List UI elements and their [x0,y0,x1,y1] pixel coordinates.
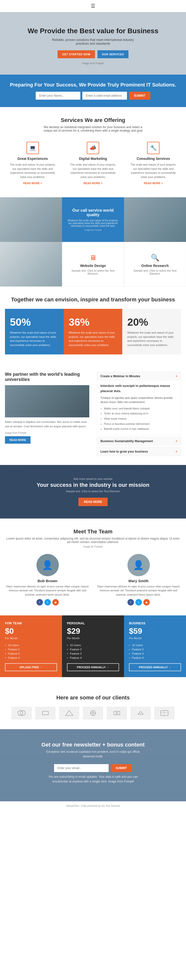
newsletter-form: SUBMIT [5,764,181,772]
team-subtext: Lorem ipsum dolor sit amet, consectetur … [5,537,181,544]
hero-section: We Provide the Best value for Business R… [0,12,186,75]
plan-period-2: Per Month [129,637,181,640]
newsletter-email-input[interactable] [54,764,109,772]
accordion-title-1: Business Sustainability Management [100,439,153,443]
service-desc-2: The scale and nature of your projects, o… [128,162,178,179]
email-input[interactable] [82,92,127,100]
price-card-2: Business $59 Per Month 15 Users Feature … [124,616,186,677]
rss-icon-0[interactable]: ◉ [52,599,59,606]
clients-logos [5,707,181,719]
plan-button-2[interactable]: Proceed Annually → [129,663,181,671]
website-design-card: 🖥 Website Design Sample text. Click to s… [62,242,124,286]
client-logo-5 [131,707,151,719]
accordion-header-1[interactable]: Business Sustainability Management + [97,437,181,445]
plan-button-0[interactable]: Upload Free → [5,663,57,671]
cta-form: Submit [5,92,181,100]
service-title-1: Digital Marketing [68,157,118,161]
stat-card-0: 50% Whatever the scale and nature of you… [5,309,64,355]
plan-period-0: Per Month [5,637,57,640]
newsletter-submit-button[interactable]: SUBMIT [111,764,132,772]
mid-blue-title: Our call service world quality [67,208,119,217]
read-more-link-1[interactable]: READ MORE > [84,182,103,185]
mid-grid-row1: Our call service world quality Whatever … [0,197,186,242]
member-desc-1: Diam maecenas ultricies mi eget. A arcu … [96,584,181,597]
feature-item: Feature 2 [129,648,181,651]
plan-features-1: 15 Users Feature 2 Feature 3 Feature 4 [67,644,119,659]
service-card-experiences: 💻 Great Experiences The scale and nature… [5,139,60,188]
accordion-body-0: Interdum velit suscipit in pellentesque … [97,380,181,435]
stat-card-1: 36% Whatever the scale and nature of you… [64,309,122,355]
feature-item: Feature 3 [5,652,57,655]
mid-grid-row2: 🖥 Website Design Sample text. Click to s… [0,242,186,286]
partner-heading: We partner with the world's leading univ… [5,372,89,382]
newsletter-section: Get our free newsletter + bonus content … [0,729,186,801]
plan-name-2: Business [129,621,181,625]
partner-inner: We partner with the world's leading univ… [5,372,181,458]
stat-number-0: 50% [10,316,59,328]
partner-read-more-button[interactable]: READ MORE [5,436,30,444]
cta-banner: Preparing For Your Success, We Provide T… [0,75,186,107]
online-research-title: Online Research [129,264,181,268]
services-subtext: We develop an individual integrated solu… [41,126,145,132]
name-input[interactable] [36,92,80,100]
stat-number-1: 36% [69,316,118,328]
stat-card-2: 20% Whatever the scale and nature of you… [122,309,181,355]
feature-item: Feature 4 [129,656,181,659]
mid-blue-box: Our call service world quality Whatever … [62,197,124,242]
service-desc-1: The scale and nature of your projects, o… [68,162,118,179]
partner-desc: Etiam volutpat in dapibus non convectatu… [5,420,89,428]
list-item: Vitae turpis massa [104,417,177,421]
client-logo-1 [35,707,55,719]
mid-image-left [0,197,62,242]
twitter-icon-0[interactable]: t [45,599,51,606]
plan-amount-0: $0 [5,627,57,636]
services-grid: 💻 Great Experiences The scale and nature… [5,139,181,188]
hamburger-icon[interactable]: ☰ [91,3,95,9]
rss-icon-1[interactable]: ◉ [143,599,150,606]
read-more-link-0[interactable]: READ MORE > [23,182,42,185]
accordion-toggle-0[interactable]: + [176,374,177,378]
feature-item: 15 Users [5,644,57,647]
service-title-2: Consulting Services [128,157,178,161]
stat-desc-2: Whatever the scale and nature of your pr… [127,331,176,347]
feature-item: Feature 4 [67,656,119,659]
online-research-card: 🔍 Online Research Sample text. Click to … [124,242,186,286]
feature-item: Feature 4 [5,656,57,659]
accordion-toggle-1[interactable]: + [176,439,177,443]
team-card-1: 👤 Mary Smith Diam maecenas ultricies mi … [96,554,181,606]
accordion-item-1: Business Sustainability Management + [97,437,181,445]
clients-heading: Here are some of our clients [5,694,181,701]
pricing-grid: For Team $0 Per Month 15 Users Feature 2… [0,616,186,677]
partner-right: Create a Webinar in Minutes + Interdum v… [97,372,181,458]
accordion-header-2[interactable]: Learn how to grow your business + [97,447,181,456]
avatar-1: 👤 [127,554,150,576]
our-services-button[interactable]: OUR SERVICES [97,50,129,58]
twitter-icon-1[interactable]: t [135,599,142,606]
transform-heading: Together we can envision, inspire and tr… [5,296,181,303]
service-desc-0: The scale and nature of your projects, o… [8,162,58,179]
accordion-header-0[interactable]: Create a Webinar in Minutes + [97,372,181,380]
newsletter-desc: Excepteur sint occaecat cupidatat non pr… [41,749,145,759]
webinar-text: Tristique et egestas quis quam suspendis… [100,396,177,404]
facebook-icon-0[interactable]: f [37,599,43,606]
client-logo-4 [107,707,127,719]
online-research-icon: 🔍 [129,253,181,262]
get-started-button[interactable]: GET STARTED NOW [57,50,95,58]
services-heading: Services We are Offering [5,117,181,123]
accordion-toggle-2[interactable]: + [176,450,177,453]
submit-button[interactable]: Submit [129,92,150,100]
feature-item: Feature 2 [67,648,119,651]
team-card-0: 👤 Bob Brown Diam maecenas ultricies mi e… [5,554,90,606]
list-item: Mattis nunc sed blandit libero volutpat [104,406,177,411]
mission-read-more-button[interactable]: READ MORE [78,498,107,506]
partner-image [5,385,89,417]
mid-image-bottom-left [0,242,62,286]
feature-item: Feature 3 [129,652,181,655]
clients-section: Here are some of our clients [0,684,186,729]
plan-button-1[interactable]: Proceed Annually → [67,663,119,671]
facebook-icon-1[interactable]: f [127,599,134,606]
read-more-link-2[interactable]: READ MORE > [144,182,163,185]
partner-section: We partner with the world's leading univ… [0,364,186,465]
client-logo-0 [12,707,32,719]
list-item: Blandit turpis cursus in hac habitasse [104,427,177,431]
